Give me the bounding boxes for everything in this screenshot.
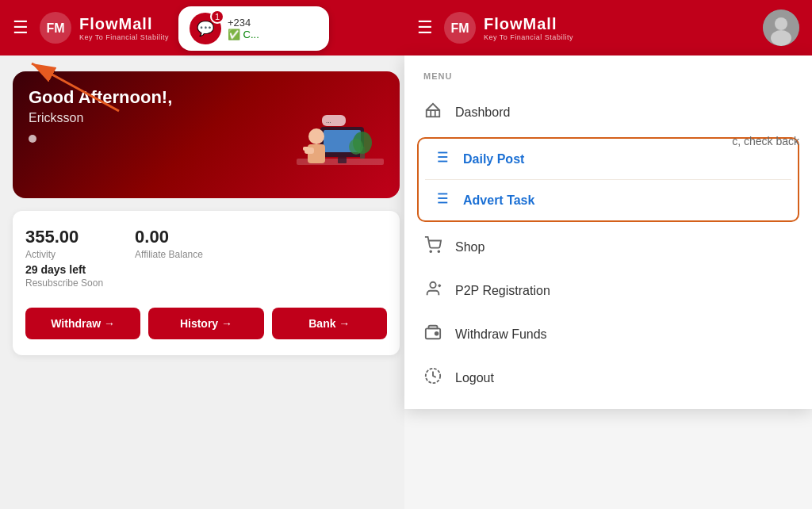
action-buttons-row: Withdraw → History → Bank → [25,308,387,339]
menu-item-p2p[interactable]: P2P Registration [404,269,812,312]
dropdown-menu: MENU Dashbord [404,55,812,409]
advert-task-label: Advert Task [463,193,534,208]
stats-row: 355.00 Activity 29 days left Resubscribe… [25,227,387,301]
right-panel: ☰ FM FlowMall Key To Financial Stability… [404,0,812,509]
svg-text:FM: FM [450,21,469,35]
dashboard-label: Dashbord [455,105,510,120]
svg-point-14 [349,139,363,155]
svg-point-8 [308,128,324,144]
right-navbar: ☰ FM FlowMall Key To Financial Stability [404,0,812,55]
left-logo-area: FM FlowMall Key To Financial Stability [38,10,169,45]
activity-value: 355.00 [25,227,103,247]
menu-item-withdraw[interactable]: Withdraw Funds [404,312,812,356]
shop-label: Shop [455,240,485,254]
logout-icon [423,367,442,388]
affiliate-label: Affiliate Balance [135,249,203,260]
flowmall-logo-icon: FM [38,10,73,45]
highlighted-menu-group: Daily Post Advert Task [417,137,799,222]
advert-task-icon [431,189,450,211]
daily-post-label: Daily Post [463,152,524,166]
days-left: 29 days left [25,263,103,276]
withdraw-button[interactable]: Withdraw → [25,308,140,339]
phone-text: +234 [228,17,259,29]
logo-brand-name: FlowMall [79,15,169,33]
menu-item-shop[interactable]: Shop [404,225,812,269]
svg-rect-22 [427,110,440,117]
svg-point-37 [430,282,435,288]
withdraw-funds-label: Withdraw Funds [455,327,547,342]
svg-text:...: ... [326,117,331,124]
activity-stat: 355.00 Activity 29 days left Resubscribe… [25,227,103,301]
welcome-illustration: ... [289,95,392,198]
right-hamburger-icon[interactable]: ☰ [417,17,433,38]
stats-card: 355.00 Activity 29 days left Resubscribe… [13,211,400,355]
svg-rect-11 [303,147,309,151]
logo-text-container: FlowMall Key To Financial Stability [79,15,169,41]
svg-point-41 [435,332,439,335]
svg-point-21 [771,30,791,46]
right-flowmall-logo-icon: FM [442,10,477,45]
welcome-card: Good Afternoon!, Ericksson [13,71,400,198]
p2p-label: P2P Registration [455,284,550,298]
logout-label: Logout [455,371,494,385]
home-icon [423,101,442,123]
notification-badge: 1 [210,10,224,24]
resubscribe-label: Resubscribe Soon [25,277,103,289]
svg-point-20 [775,17,787,30]
svg-text:FM: FM [46,21,64,35]
notification-text: +234 ✅ C... [228,17,259,40]
bank-button[interactable]: Bank → [272,308,387,339]
user-avatar[interactable] [763,10,799,46]
main-content-area: Good Afternoon!, Ericksson [0,55,412,371]
welcome-indicator-dot [29,135,36,143]
activity-label: Activity [25,249,103,260]
check-text: ✅ C... [228,29,259,40]
notification-bubble[interactable]: 💬 1 +234 ✅ C... [178,6,329,51]
menu-item-dashboard[interactable]: Dashbord [404,90,812,134]
hamburger-menu-icon[interactable]: ☰ [13,17,29,38]
daily-post-icon [431,148,450,170]
right-logo-text-container: FlowMall Key To Financial Stability [484,15,573,41]
menu-item-logout[interactable]: Logout [404,356,812,400]
right-logo-brand: FlowMall [484,15,573,33]
affiliate-value: 0.00 [135,227,203,247]
menu-section-label: MENU [404,65,812,90]
shop-cart-icon [423,236,442,258]
chat-notification-icon[interactable]: 💬 1 [190,13,221,44]
menu-item-advert-task[interactable]: Advert Task [419,180,798,220]
check-back-text: c, check back [732,135,799,147]
history-button[interactable]: History → [148,308,263,339]
right-logo-area: FM FlowMall Key To Financial Stability [442,10,753,45]
p2p-person-icon [423,280,442,301]
svg-rect-7 [338,157,347,163]
withdraw-wallet-icon [423,323,442,345]
affiliate-stat: 0.00 Affiliate Balance [135,227,203,301]
logo-tagline: Key To Financial Stability [79,33,169,41]
svg-point-35 [430,251,431,252]
svg-point-36 [438,251,439,252]
right-logo-tagline: Key To Financial Stability [484,33,573,41]
left-panel: ☰ FM FlowMall Key To Financial Stability… [0,0,412,509]
